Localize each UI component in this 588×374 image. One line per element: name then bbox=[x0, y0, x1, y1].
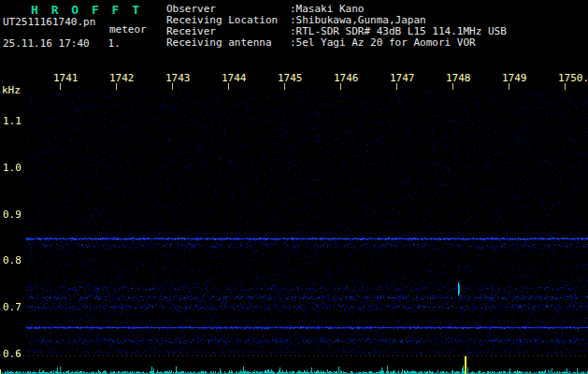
time-tick-label: 1747 bbox=[390, 72, 415, 84]
time-tick-label: 1743 bbox=[165, 72, 191, 84]
time-tick-label: 1750. bbox=[558, 72, 588, 84]
time-tick-mark bbox=[228, 83, 229, 90]
time-tick-label: 1741 bbox=[53, 72, 79, 84]
capture-timestamp: 25.11.16 17:40 1. bbox=[3, 37, 121, 50]
time-tick-mark bbox=[340, 83, 341, 90]
capture-filename: UT2511161740.pn bbox=[3, 16, 95, 28]
time-tick-mark bbox=[509, 83, 509, 90]
time-tick-mark bbox=[172, 83, 173, 90]
time-tick-label: 1744 bbox=[222, 72, 247, 84]
freq-tick-label: 1.1 bbox=[3, 115, 22, 127]
spectrogram-canvas bbox=[26, 90, 588, 353]
app-title: H R O F F T bbox=[31, 3, 142, 17]
freq-tick-label: 0.8 bbox=[3, 254, 22, 266]
time-tick-label: 1749 bbox=[502, 72, 527, 84]
time-tick-label: 1745 bbox=[278, 72, 303, 84]
observation-mode: meteor bbox=[109, 23, 147, 36]
time-tick-mark bbox=[284, 83, 285, 90]
meta-value: :5el Yagi Az 20 for Aomori VOR bbox=[290, 36, 476, 49]
meta-row-antenna: Receiving antenna:5el Yagi Az 20 for Aom… bbox=[166, 37, 507, 49]
time-tick-mark bbox=[396, 83, 397, 90]
time-tick-mark bbox=[60, 83, 61, 90]
freq-tick-label: 0.7 bbox=[3, 301, 22, 313]
y-axis-unit-label: kHz bbox=[2, 84, 21, 96]
freq-tick-label: 1.0 bbox=[3, 162, 22, 174]
time-tick-mark bbox=[452, 83, 453, 90]
meta-label: Receiving antenna bbox=[166, 37, 290, 49]
freq-tick-label: 0.6 bbox=[3, 348, 22, 360]
station-info: Observer:Masaki Kano Receiving Location:… bbox=[166, 4, 507, 49]
hrofft-window: H R O F F T UT2511161740.pn meteor 25.11… bbox=[0, 0, 588, 374]
time-tick-label: 1748 bbox=[446, 72, 471, 84]
time-tick-mark bbox=[565, 83, 566, 90]
time-tick-label: 1742 bbox=[109, 72, 135, 84]
signal-strip-canvas bbox=[0, 354, 588, 374]
time-tick-label: 1746 bbox=[334, 72, 359, 84]
freq-tick-label: 0.9 bbox=[3, 209, 22, 221]
time-tick-mark bbox=[116, 83, 117, 90]
